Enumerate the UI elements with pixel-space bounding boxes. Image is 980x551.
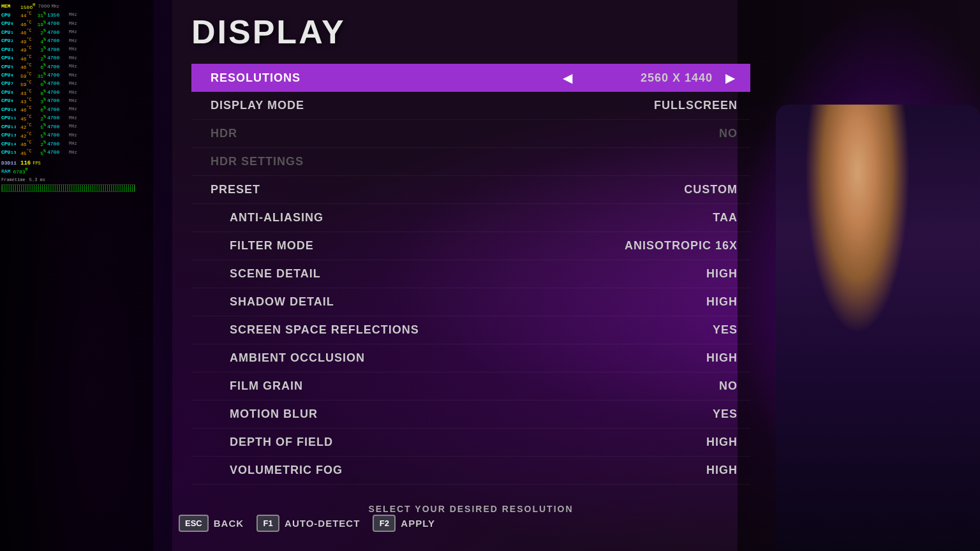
setting-label-ambient_occlusion: AMBIENT OCCLUSION xyxy=(230,351,365,365)
main-content: DISPLAY RESOLUTIONS◀2560 x 1440▶DISPLAY … xyxy=(172,0,750,551)
setting-label-depth_of_field: DEPTH OF FIELD xyxy=(230,436,333,449)
control-apply[interactable]: F2APPLY xyxy=(373,515,435,532)
setting-label-filter_mode: FILTER MODE xyxy=(230,239,314,253)
setting-label-screen_space_reflections: SCREEN SPACE REFLECTIONS xyxy=(230,323,419,337)
setting-label-display_mode: DISPLAY MODE xyxy=(211,99,304,112)
setting-value-resolutions: 2560 x 1440 xyxy=(585,71,713,85)
setting-value-depth_of_field: HIGH xyxy=(610,436,738,449)
setting-row-screen_space_reflections[interactable]: SCREEN SPACE REFLECTIONSYES xyxy=(191,316,750,344)
setting-value-display_mode: FULLSCREEN xyxy=(610,99,738,112)
character-silhouette xyxy=(776,105,980,551)
right-background xyxy=(738,0,980,551)
setting-value-anti_aliasing: TAA xyxy=(610,211,738,224)
key-label-auto_detect: AUTO-DETECT xyxy=(285,518,360,529)
cpu-stats-panel: MEM 1506M 7000 MHz CPU 44°C 31% 1350 MHz… xyxy=(0,0,153,551)
setting-value-ambient_occlusion: HIGH xyxy=(610,351,738,365)
setting-row-hdr_settings[interactable]: HDR SETTINGS xyxy=(191,148,750,176)
setting-row-film_grain[interactable]: FILM GRAINNO xyxy=(191,372,750,400)
setting-value-film_grain: NO xyxy=(610,379,738,393)
key-label-apply: APPLY xyxy=(401,518,435,529)
setting-row-resolutions[interactable]: RESOLUTIONS◀2560 x 1440▶ xyxy=(191,64,750,92)
control-back[interactable]: ESCBACK xyxy=(179,515,244,532)
page-title: DISPLAY xyxy=(191,13,750,51)
setting-value-filter_mode: ANISOTROPIC 16X xyxy=(610,239,738,253)
setting-row-display_mode[interactable]: DISPLAY MODEFULLSCREEN xyxy=(191,92,750,120)
settings-list: RESOLUTIONS◀2560 x 1440▶DISPLAY MODEFULL… xyxy=(191,64,750,485)
setting-label-resolutions: RESOLUTIONS xyxy=(211,71,301,85)
setting-row-ambient_occlusion[interactable]: AMBIENT OCCLUSIONHIGH xyxy=(191,344,750,372)
setting-label-scene_detail: SCENE DETAIL xyxy=(230,267,321,281)
setting-value-shadow_detail: HIGH xyxy=(610,295,738,309)
frametime-graph xyxy=(1,184,135,192)
setting-label-anti_aliasing: ANTI-ALIASING xyxy=(230,211,323,224)
setting-row-depth_of_field[interactable]: DEPTH OF FIELDHIGH xyxy=(191,429,750,457)
control-auto_detect[interactable]: F1AUTO-DETECT xyxy=(256,515,360,532)
right-arrow-resolutions[interactable]: ▶ xyxy=(723,70,738,85)
setting-row-hdr[interactable]: HDRNO xyxy=(191,120,750,148)
setting-row-scene_detail[interactable]: SCENE DETAILHIGH xyxy=(191,260,750,288)
key-cap-apply: F2 xyxy=(373,515,396,532)
setting-value-scene_detail: HIGH xyxy=(610,267,738,281)
setting-value-screen_space_reflections: YES xyxy=(610,323,738,337)
setting-label-hdr_settings: HDR SETTINGS xyxy=(211,155,304,168)
setting-label-film_grain: FILM GRAIN xyxy=(230,379,303,393)
setting-row-anti_aliasing[interactable]: ANTI-ALIASINGTAA xyxy=(191,204,750,232)
setting-value-preset: CUSTOM xyxy=(610,183,738,196)
setting-row-motion_blur[interactable]: MOTION BLURYES xyxy=(191,400,750,429)
setting-row-filter_mode[interactable]: FILTER MODEANISOTROPIC 16X xyxy=(191,232,750,260)
setting-value-volumetric_fog: HIGH xyxy=(610,464,738,477)
key-cap-back: ESC xyxy=(179,515,209,532)
bottom-controls: ESCBACKF1AUTO-DETECTF2APPLY xyxy=(172,515,435,532)
left-arrow-resolutions[interactable]: ◀ xyxy=(560,70,575,85)
setting-label-volumetric_fog: VOLUMETRIC FOG xyxy=(230,464,343,477)
setting-value-motion_blur: YES xyxy=(610,408,738,421)
key-cap-auto_detect: F1 xyxy=(256,515,279,532)
setting-row-shadow_detail[interactable]: SHADOW DETAILHIGH xyxy=(191,288,750,316)
setting-row-volumetric_fog[interactable]: VOLUMETRIC FOGHIGH xyxy=(191,457,750,485)
setting-value-hdr: NO xyxy=(610,127,738,140)
setting-label-hdr: HDR xyxy=(211,127,237,140)
setting-row-preset[interactable]: PRESETCUSTOM xyxy=(191,176,750,204)
key-label-back: BACK xyxy=(214,518,244,529)
setting-label-preset: PRESET xyxy=(211,183,260,196)
setting-label-motion_blur: MOTION BLUR xyxy=(230,408,318,421)
setting-label-shadow_detail: SHADOW DETAIL xyxy=(230,295,334,309)
